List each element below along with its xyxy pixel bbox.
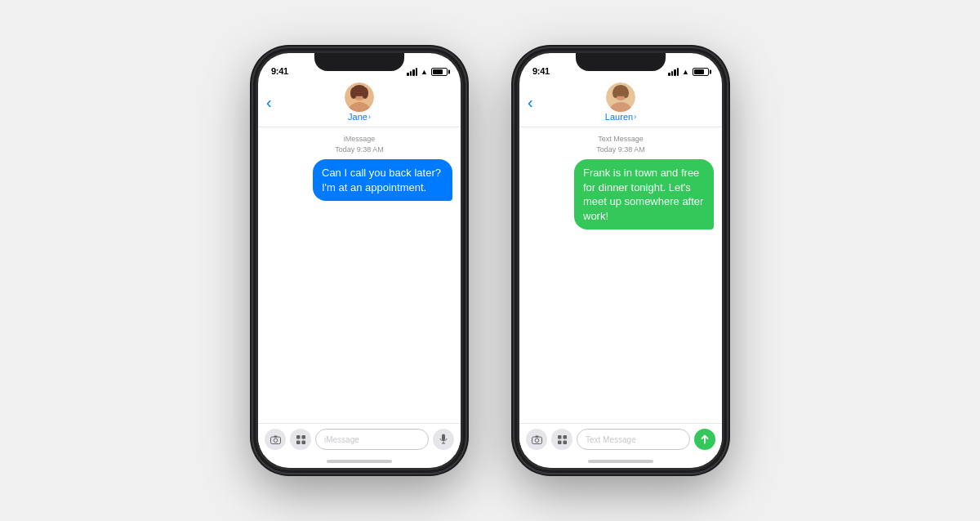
phone-1-inner: 9:41 ▲	[256, 51, 463, 470]
svg-rect-24	[535, 435, 538, 437]
svg-rect-13	[442, 434, 445, 441]
phone-1-time: 9:41	[271, 66, 288, 76]
lauren-avatar	[606, 82, 635, 112]
home-bar	[327, 460, 392, 463]
send-button[interactable]	[694, 429, 715, 450]
phone-1-notch	[314, 53, 404, 71]
phone-1: 9:41 ▲	[253, 48, 466, 473]
camera-button-1[interactable]	[265, 429, 286, 450]
chevron-icon-2: ›	[634, 113, 636, 121]
signal-icon	[407, 68, 417, 76]
jane-avatar	[345, 82, 374, 112]
phone-1-screen: 9:41 ▲	[258, 53, 461, 468]
svg-rect-27	[558, 440, 562, 444]
home-bar-2	[588, 460, 653, 463]
text-message-placeholder: Text Message	[586, 435, 636, 444]
contact-info-lauren[interactable]: Lauren ›	[605, 82, 636, 122]
svg-rect-9	[296, 435, 301, 439]
phone-2-nav-bar: ‹	[519, 79, 722, 127]
svg-rect-10	[301, 435, 305, 439]
lauren-name: Lauren ›	[605, 112, 636, 122]
phone-1-home-indicator	[258, 455, 461, 468]
phone-2-bubble-container: Frank is in town and free for dinner ton…	[528, 159, 714, 229]
apps-button-2[interactable]	[551, 429, 572, 450]
phone-1-timestamp: iMessage Today 9:38 AM	[335, 134, 384, 154]
back-button[interactable]: ‹	[266, 94, 272, 110]
phone-1-bubble-container: Can I call you back later? I'm at an app…	[266, 159, 452, 201]
apps-button-1[interactable]	[290, 429, 311, 450]
chevron-icon: ›	[368, 113, 371, 121]
svg-point-4	[350, 87, 357, 99]
phone-2-inner: 9:41 ▲	[517, 51, 724, 470]
imessage-input[interactable]: iMessage	[315, 429, 429, 450]
wifi-icon-2: ▲	[682, 68, 689, 76]
phone-2-time: 9:41	[532, 66, 550, 76]
phone-1-nav-bar: ‹	[258, 79, 461, 127]
phone-2-notch	[576, 53, 666, 71]
phone-1-input-bar: iMessage	[258, 423, 461, 455]
phone-1-status-icons: ▲	[407, 68, 448, 76]
phone-2-timestamp: Text Message Today 9:38 AM	[596, 134, 645, 154]
phone-2-messages: Text Message Today 9:38 AM Frank is in t…	[519, 127, 722, 423]
text-message-input[interactable]: Text Message	[577, 429, 690, 450]
svg-rect-25	[558, 435, 562, 439]
svg-point-20	[612, 88, 618, 98]
battery-icon	[431, 68, 448, 76]
jane-name: Jane ›	[348, 112, 371, 122]
contact-info-jane[interactable]: Jane ›	[345, 82, 374, 122]
svg-rect-26	[563, 435, 567, 439]
svg-rect-6	[270, 437, 280, 444]
phone-2-message-bubble: Frank is in town and free for dinner ton…	[574, 159, 714, 229]
phone-1-messages: iMessage Today 9:38 AM Can I call you ba…	[258, 127, 461, 423]
phones-container: 9:41 ▲	[253, 48, 727, 473]
phone-2: 9:41 ▲	[514, 48, 727, 473]
battery-icon-2	[693, 68, 709, 76]
signal-icon-2	[668, 68, 679, 76]
svg-point-21	[623, 88, 629, 98]
camera-button-2[interactable]	[526, 429, 547, 450]
svg-rect-12	[301, 440, 305, 444]
imessage-placeholder: iMessage	[324, 435, 359, 444]
wifi-icon: ▲	[421, 68, 428, 76]
svg-rect-28	[563, 440, 567, 444]
phone-2-screen: 9:41 ▲	[519, 53, 722, 468]
svg-point-7	[274, 438, 278, 442]
mic-button[interactable]	[433, 429, 454, 450]
phone-1-message-bubble: Can I call you back later? I'm at an app…	[313, 159, 452, 201]
svg-rect-22	[532, 437, 541, 444]
phone-2-status-icons: ▲	[668, 68, 709, 76]
back-button-2[interactable]: ‹	[528, 94, 533, 110]
svg-rect-11	[296, 440, 301, 444]
svg-point-23	[535, 438, 539, 442]
phone-2-input-bar: Text Message	[519, 423, 722, 455]
phone-2-home-indicator	[519, 455, 722, 468]
svg-point-5	[362, 87, 368, 99]
svg-rect-8	[274, 435, 277, 437]
